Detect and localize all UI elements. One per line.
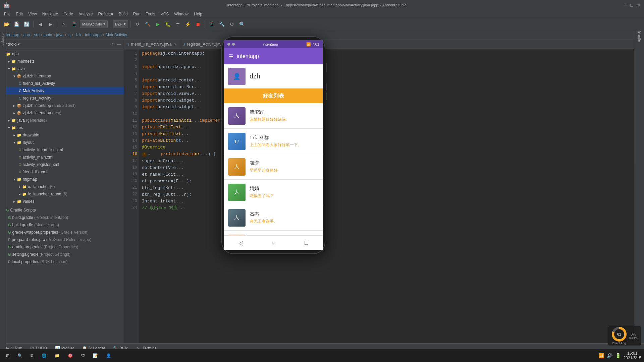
toolbar-run-button[interactable]: ▶ xyxy=(153,20,162,28)
toolbar-build-button[interactable]: 🔨 xyxy=(143,20,152,28)
menu-view[interactable]: View xyxy=(25,11,40,17)
menu-file[interactable]: File xyxy=(1,11,13,17)
menu-vcs[interactable]: VCS xyxy=(158,11,172,17)
friend-item-2[interactable]: 17 17计科群 上面的问卷大家好好填一下。 xyxy=(224,129,323,154)
tree-proguard[interactable]: P proguard-rules.pro (ProGuard Rules for… xyxy=(0,236,124,243)
tree-activity-main-xml[interactable]: X activity_main.xml xyxy=(0,154,124,161)
menu-build[interactable]: Build xyxy=(116,11,130,17)
files-taskbar[interactable]: 📁 xyxy=(51,350,63,361)
friend-item-4[interactable]: 人 娟娟 吃饭去了吗？ xyxy=(224,180,323,205)
tree-manifests[interactable]: ▸ 📁 manifests xyxy=(0,58,124,65)
tree-app[interactable]: ▾ 📁 app xyxy=(0,50,124,58)
tree-test[interactable]: ▸ 📦 zj.dzh.intentapp (test) xyxy=(0,109,124,117)
volume-tray-icon[interactable]: 🔊 xyxy=(607,353,612,358)
panel-settings-icon[interactable]: ⚙ xyxy=(111,42,115,47)
bc-dzh[interactable]: dzh xyxy=(74,33,81,37)
phone-back-button[interactable]: ◁ xyxy=(238,239,243,247)
network-tray-icon[interactable]: 📶 xyxy=(598,353,604,358)
toolbar-sync-button[interactable]: 🔄 xyxy=(22,20,31,28)
menu-window[interactable]: Window xyxy=(171,11,191,17)
tree-drawable[interactable]: ▸ 📁 drawable xyxy=(0,131,124,139)
taskview-button[interactable]: ⧉ xyxy=(27,350,37,361)
code-editor[interactable]: package zj.dzh.intentapp; import android… xyxy=(139,49,634,343)
tree-build-gradle-mod[interactable]: G build.gradle (Module: app) xyxy=(0,221,124,229)
tree-gradle-scripts[interactable]: ▾ G Gradle Scripts xyxy=(0,206,124,214)
tree-java[interactable]: ▾ 📁 java xyxy=(0,65,124,72)
notes-taskbar[interactable]: 📝 xyxy=(90,350,101,361)
tree-activity-friend-xml[interactable]: X activity_friend_list_xml xyxy=(0,146,124,154)
tree-ic-launcher-round[interactable]: ▸ 📁 ic_launcher_round (6) xyxy=(0,190,124,198)
performance-widget[interactable]: 81 Event Log 0% 0.1k/s xyxy=(608,326,641,346)
toolbar-search-button[interactable]: 🔍 xyxy=(237,20,246,28)
toolbar-coverage-button[interactable]: ☂ xyxy=(173,20,182,28)
menu-tools[interactable]: Tools xyxy=(143,11,158,17)
tree-res[interactable]: ▾ 📁 res xyxy=(0,124,124,131)
start-button[interactable]: ⊞ xyxy=(3,350,13,361)
tree-friend-list-xml[interactable]: X friend_list.xml xyxy=(0,168,124,176)
tree-main-activity[interactable]: C MainActivity xyxy=(0,87,124,95)
bc-mainactivity[interactable]: MainActivity xyxy=(106,33,127,37)
tree-ic-launcher[interactable]: ▸ 📁 ic_launcher (6) xyxy=(0,183,124,190)
bc-intentapp[interactable]: intentapp xyxy=(85,33,101,37)
panel-collapse-icon[interactable]: ― xyxy=(117,42,121,47)
tree-gradle-wrapper[interactable]: G gradle-wrapper.properties (Gradle Vers… xyxy=(0,229,124,236)
toolbar-open-button[interactable]: 📂 xyxy=(2,20,11,28)
antivirus-taskbar[interactable]: 🛡 xyxy=(77,350,88,361)
minimize-button[interactable]: ─ xyxy=(624,2,627,8)
bc-zj[interactable]: zj xyxy=(67,33,70,37)
bc-src[interactable]: src xyxy=(34,33,39,37)
menu-code[interactable]: Code xyxy=(61,11,76,17)
toolbar-forward-button[interactable]: ▶ xyxy=(46,20,55,28)
left-sidebar-icon1[interactable]: 1: Project xyxy=(1,32,5,46)
friend-item-6[interactable]: 群 计科二班副群 大家做下青年大学习。 xyxy=(224,231,323,235)
browser-taskbar[interactable]: 🌐 xyxy=(38,350,50,361)
battery-tray-icon[interactable]: 🔋 xyxy=(615,353,621,358)
bc-app[interactable]: app xyxy=(23,33,30,37)
menu-navigate[interactable]: Navigate xyxy=(40,11,61,17)
bc-main[interactable]: main xyxy=(43,33,52,37)
toolbar-stop-button[interactable]: ⏹ xyxy=(194,20,202,28)
menu-run[interactable]: Run xyxy=(130,11,143,17)
toolbar-debug-button[interactable]: 🐛 xyxy=(163,20,172,28)
bc-java[interactable]: java xyxy=(56,33,63,37)
tree-java-gen[interactable]: ▸ 📁 java (generated) xyxy=(0,117,124,124)
friend-item-3[interactable]: 人 潇潇 早睡早起身体好 xyxy=(224,154,323,180)
tree-androidtest[interactable]: ▸ 📦 zj.dzh.intentapp (androidTest) xyxy=(0,102,124,109)
toolbar-cursor-button[interactable]: ↖ xyxy=(60,20,68,28)
toolbar-back-button[interactable]: ◀ xyxy=(36,20,45,28)
menu-help[interactable]: Help xyxy=(191,11,205,17)
search-taskbar[interactable]: 🔍 xyxy=(14,350,26,361)
tree-build-gradle-proj[interactable]: G build.gradle (Project: intentapp) xyxy=(0,214,124,221)
tree-settings-gradle[interactable]: G settings.gradle (Project Settings) xyxy=(0,251,124,258)
phone-recents-button[interactable]: □ xyxy=(305,239,308,246)
tree-local-props[interactable]: P local.properties (SDK Location) xyxy=(0,258,124,265)
gradle-tab[interactable]: Gradle xyxy=(638,31,642,42)
tree-gradle-props[interactable]: G gradle.properties (Project Properties) xyxy=(0,243,124,251)
toolbar-sdk-mgr-button[interactable]: 🔧 xyxy=(217,20,226,28)
toolbar-refresh-button[interactable]: ↺ xyxy=(133,20,142,28)
tree-activity-register-xml[interactable]: X activity_register_xml xyxy=(0,161,124,168)
close-button[interactable]: ✕ xyxy=(637,2,641,8)
toolbar-avd-button[interactable]: 📱 xyxy=(207,20,216,28)
chrome-taskbar[interactable]: 🎯 xyxy=(64,350,76,361)
tab-friend-list[interactable]: J friend_list_Activity.java ✕ xyxy=(124,40,180,49)
system-clock[interactable]: 15:01 2021/5/15 xyxy=(624,351,641,360)
tree-friend-activity[interactable]: C friend_list_Activity xyxy=(0,80,124,87)
toolbar-save-button[interactable]: 💾 xyxy=(12,20,21,28)
phone-home-button[interactable]: ○ xyxy=(272,239,276,246)
friend-item-5[interactable]: 人 杰杰 有无王者选手。 xyxy=(224,205,323,231)
friend-item-1[interactable]: 人 渣渣辉 蓝桥杯题目好好练练。 xyxy=(224,103,323,129)
menu-analyze[interactable]: Analyze xyxy=(76,11,96,17)
tree-mipmap[interactable]: ▾ 📁 mipmap xyxy=(0,176,124,183)
toolbar-settings-button[interactable]: ⚙ xyxy=(227,20,236,28)
tree-values[interactable]: ▸ 📁 values xyxy=(0,198,124,205)
run-config-dropdown[interactable]: MainActivity ▾ xyxy=(80,20,108,28)
toolbar-profile-button[interactable]: ⚡ xyxy=(183,20,192,28)
sdk-dropdown[interactable]: DZH ▾ xyxy=(113,20,128,28)
user-taskbar[interactable]: 👤 xyxy=(103,350,114,361)
maximize-button[interactable]: □ xyxy=(631,2,633,8)
tab-friend-close[interactable]: ✕ xyxy=(174,43,176,46)
tree-pkg[interactable]: ▾ 📦 zj.dzh.intentapp xyxy=(0,72,124,80)
menu-refactor[interactable]: Refactor xyxy=(96,11,116,17)
tree-register-activity[interactable]: C register_Activity xyxy=(0,95,124,102)
